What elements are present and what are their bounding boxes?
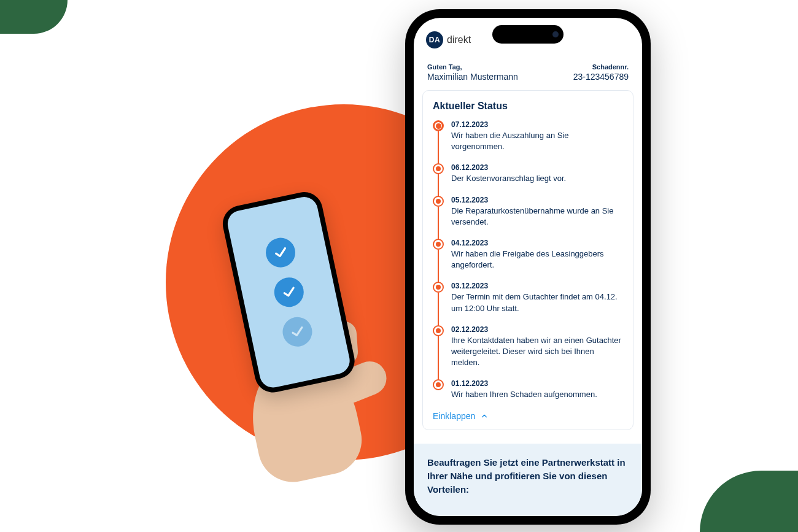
timeline-date: 02.12.2023: [451, 325, 623, 334]
timeline-item: 07.12.2023 Wir haben die Auszahlung an S…: [433, 120, 623, 163]
timeline-item: 03.12.2023 Der Termin mit dem Gutachter …: [433, 282, 623, 325]
timeline-date: 04.12.2023: [451, 239, 623, 247]
greeting-label: Guten Tag,: [427, 63, 518, 71]
timeline-text: Wir haben die Freigabe des Leasinggebers…: [451, 249, 623, 271]
user-name: Maximilian Mustermann: [427, 72, 518, 82]
timeline-text: Der Kostenvoranschlag liegt vor.: [451, 173, 623, 184]
timeline-dot-icon: [433, 282, 444, 293]
phone-notch: [492, 25, 564, 44]
timeline-item: 05.12.2023 Die Reparaturkostenübernahme …: [433, 196, 623, 239]
timeline-text: Die Reparaturkostenübernahme wurde an Si…: [451, 206, 623, 228]
timeline-dot-icon: [433, 120, 444, 131]
timeline-item: 04.12.2023 Wir haben die Freigabe des Le…: [433, 239, 623, 282]
decor-corner-top-left: [0, 0, 68, 34]
timeline-text: Wir haben die Auszahlung an Sie vorgenom…: [451, 130, 623, 152]
timeline-date: 01.12.2023: [451, 379, 623, 388]
timeline-date: 05.12.2023: [451, 196, 623, 204]
collapse-label: Einklappen: [433, 411, 475, 421]
collapse-button[interactable]: Einklappen: [433, 411, 623, 421]
check-icon: [263, 235, 298, 270]
timeline-dot-icon: [433, 163, 444, 174]
timeline-item: 02.12.2023 Ihre Kontaktdaten haben wir a…: [433, 325, 623, 380]
promo-banner: Beauftragen Sie jetzt eine Partnerwerkst…: [414, 444, 642, 516]
brand-logo-text: direkt: [447, 34, 471, 45]
timeline-dot-icon: [433, 325, 444, 336]
timeline-text: Der Termin mit dem Gutachter findet am 0…: [451, 291, 623, 314]
user-claim-row: Guten Tag, Maximilian Mustermann Schaden…: [414, 55, 642, 90]
timeline-date: 07.12.2023: [451, 120, 623, 129]
timeline-date: 06.12.2023: [451, 163, 623, 172]
timeline-dot-icon: [433, 239, 444, 250]
timeline-text: Ihre Kontaktdaten haben wir an einen Gut…: [451, 335, 623, 369]
timeline-text: Wir haben Ihren Schaden aufgenommen.: [451, 389, 623, 400]
claim-number: 23-123456789: [573, 72, 629, 82]
status-title: Aktueller Status: [433, 101, 623, 112]
brand-logo-badge: DA: [426, 31, 443, 48]
promo-text: Beauftragen Sie jetzt eine Partnerwerkst…: [427, 457, 626, 495]
timeline-item: 01.12.2023 Wir haben Ihren Schaden aufge…: [433, 379, 623, 405]
check-icon: [280, 314, 315, 349]
timeline-dot-icon: [433, 196, 444, 207]
check-icon: [271, 275, 306, 310]
timeline-item: 06.12.2023 Der Kostenvoranschlag liegt v…: [433, 163, 623, 195]
timeline-dot-icon: [433, 379, 444, 390]
status-card: Aktueller Status 07.12.2023 Wir haben di…: [422, 90, 633, 430]
main-phone-mockup: DA direkt Guten Tag, Maximilian Musterma…: [405, 9, 651, 525]
claim-number-label: Schadennr.: [573, 63, 629, 71]
app-screen: DA direkt Guten Tag, Maximilian Musterma…: [414, 18, 642, 516]
status-timeline: 07.12.2023 Wir haben die Auszahlung an S…: [433, 120, 623, 405]
chevron-up-icon: [480, 412, 489, 420]
timeline-date: 03.12.2023: [451, 282, 623, 290]
decor-corner-bottom-right: [700, 471, 798, 532]
